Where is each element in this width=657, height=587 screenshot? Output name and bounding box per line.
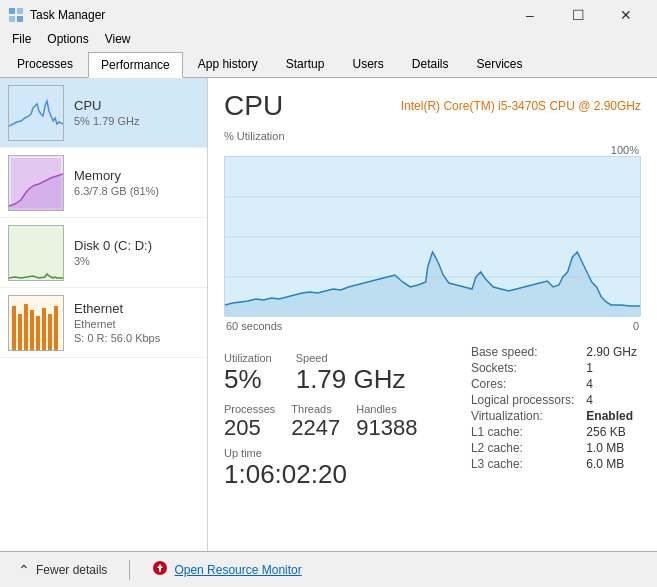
svg-rect-13 — [48, 314, 52, 350]
cores-label: Cores: — [467, 376, 582, 392]
utilization-label: Utilization — [224, 352, 272, 364]
menubar: File Options View — [0, 28, 657, 50]
memory-title: Memory — [74, 168, 199, 183]
chart-x-left: 60 seconds — [226, 320, 282, 332]
stats-left: Utilization 5% Speed 1.79 GHz Processes … — [224, 344, 418, 490]
info-base-speed: Base speed: 2.90 GHz — [467, 344, 641, 360]
cpu-info: CPU 5% 1.79 GHz — [74, 98, 199, 127]
sidebar-item-memory[interactable]: Memory 6.3/7.8 GB (81%) — [0, 148, 207, 218]
sockets-label: Sockets: — [467, 360, 582, 376]
window-title: Task Manager — [30, 8, 105, 22]
titlebar: Task Manager – ☐ ✕ — [0, 0, 657, 28]
virtualization-value: Enabled — [582, 408, 641, 424]
tab-bar: Processes Performance App history Startu… — [0, 50, 657, 78]
cpu-title: CPU — [74, 98, 199, 113]
bottombar: ⌃ Fewer details Open Resource Monitor — [0, 551, 657, 587]
speed-value: 1.79 GHz — [296, 364, 406, 395]
cores-value: 4 — [582, 376, 641, 392]
l2-label: L2 cache: — [467, 440, 582, 456]
memory-thumbnail — [8, 155, 64, 211]
ethernet-thumbnail — [8, 295, 64, 351]
tab-services[interactable]: Services — [464, 51, 536, 77]
separator — [129, 560, 130, 580]
threads-group: Threads 2247 — [291, 403, 340, 441]
svg-rect-11 — [36, 316, 40, 350]
sockets-value: 1 — [582, 360, 641, 376]
content-subtitle: Intel(R) Core(TM) i5-3470S CPU @ 2.90GHz — [401, 99, 641, 113]
svg-rect-8 — [18, 314, 22, 350]
l1-label: L1 cache: — [467, 424, 582, 440]
info-cores: Cores: 4 — [467, 376, 641, 392]
resource-monitor-button[interactable]: Open Resource Monitor — [146, 556, 307, 584]
utilization-value: 5% — [224, 364, 272, 395]
svg-rect-0 — [9, 8, 15, 14]
uptime-value: 1:06:02:20 — [224, 459, 418, 490]
svg-rect-12 — [42, 308, 46, 350]
tab-performance[interactable]: Performance — [88, 52, 183, 78]
sidebar-item-disk[interactable]: Disk 0 (C: D:) 3% — [0, 218, 207, 288]
ethernet-info: Ethernet Ethernet S: 0 R: 56.0 Kbps — [74, 301, 199, 344]
base-speed-label: Base speed: — [467, 344, 582, 360]
fewer-details-button[interactable]: ⌃ Fewer details — [12, 558, 113, 582]
resource-monitor-icon — [152, 560, 168, 580]
tab-details[interactable]: Details — [399, 51, 462, 77]
uptime-section: Up time 1:06:02:20 — [224, 447, 418, 490]
disk-subtitle: 3% — [74, 255, 199, 267]
maximize-button[interactable]: ☐ — [555, 5, 601, 25]
l3-value: 6.0 MB — [582, 456, 641, 472]
virtualization-label: Virtualization: — [467, 408, 582, 424]
threads-value: 2247 — [291, 415, 340, 441]
chart-y-max: 100% — [611, 144, 639, 156]
menu-options[interactable]: Options — [39, 30, 96, 48]
utilization-speed-row: Utilization 5% Speed 1.79 GHz — [224, 352, 418, 395]
base-speed-value: 2.90 GHz — [582, 344, 641, 360]
chart-labels: 60 seconds 0 — [224, 320, 641, 332]
l3-label: L3 cache: — [467, 456, 582, 472]
svg-rect-1 — [17, 8, 23, 14]
tab-app-history[interactable]: App history — [185, 51, 271, 77]
fewer-details-label: Fewer details — [36, 563, 107, 577]
menu-view[interactable]: View — [97, 30, 139, 48]
speed-label: Speed — [296, 352, 406, 364]
info-virtualization: Virtualization: Enabled — [467, 408, 641, 424]
info-l3: L3 cache: 6.0 MB — [467, 456, 641, 472]
info-sockets: Sockets: 1 — [467, 360, 641, 376]
stats-section: Utilization 5% Speed 1.79 GHz Processes … — [224, 344, 641, 490]
chevron-up-icon: ⌃ — [18, 562, 30, 578]
logical-label: Logical processors: — [467, 392, 582, 408]
info-l2: L2 cache: 1.0 MB — [467, 440, 641, 456]
info-table: Base speed: 2.90 GHz Sockets: 1 Cores: 4… — [467, 344, 641, 472]
logical-value: 4 — [582, 392, 641, 408]
ethernet-subtitle2: S: 0 R: 56.0 Kbps — [74, 332, 199, 344]
cpu-subtitle: 5% 1.79 GHz — [74, 115, 199, 127]
sidebar: CPU 5% 1.79 GHz Memory 6.3/7.8 GB (81%) — [0, 78, 208, 551]
minimize-button[interactable]: – — [507, 5, 553, 25]
svg-rect-14 — [54, 306, 58, 350]
sidebar-item-ethernet[interactable]: Ethernet Ethernet S: 0 R: 56.0 Kbps — [0, 288, 207, 358]
sidebar-item-cpu[interactable]: CPU 5% 1.79 GHz — [0, 78, 207, 148]
tab-processes[interactable]: Processes — [4, 51, 86, 77]
processes-group: Processes 205 — [224, 403, 275, 441]
speed-group: Speed 1.79 GHz — [296, 352, 406, 395]
disk-thumbnail — [8, 225, 64, 281]
memory-info: Memory 6.3/7.8 GB (81%) — [74, 168, 199, 197]
handles-value: 91388 — [356, 415, 417, 441]
svg-rect-2 — [9, 16, 15, 22]
menu-file[interactable]: File — [4, 30, 39, 48]
info-l1: L1 cache: 256 KB — [467, 424, 641, 440]
handles-group: Handles 91388 — [356, 403, 417, 441]
ethernet-title: Ethernet — [74, 301, 199, 316]
main-area: CPU 5% 1.79 GHz Memory 6.3/7.8 GB (81%) — [0, 78, 657, 551]
svg-rect-10 — [30, 310, 34, 350]
close-button[interactable]: ✕ — [603, 5, 649, 25]
tab-users[interactable]: Users — [339, 51, 396, 77]
info-logical: Logical processors: 4 — [467, 392, 641, 408]
cpu-thumbnail — [8, 85, 64, 141]
processes-row: Processes 205 Threads 2247 Handles 91388 — [224, 403, 418, 441]
info-table-container: Base speed: 2.90 GHz Sockets: 1 Cores: 4… — [467, 344, 641, 472]
titlebar-controls: – ☐ ✕ — [507, 5, 649, 25]
processes-label: Processes — [224, 403, 275, 415]
disk-title: Disk 0 (C: D:) — [74, 238, 199, 253]
l1-value: 256 KB — [582, 424, 641, 440]
tab-startup[interactable]: Startup — [273, 51, 338, 77]
